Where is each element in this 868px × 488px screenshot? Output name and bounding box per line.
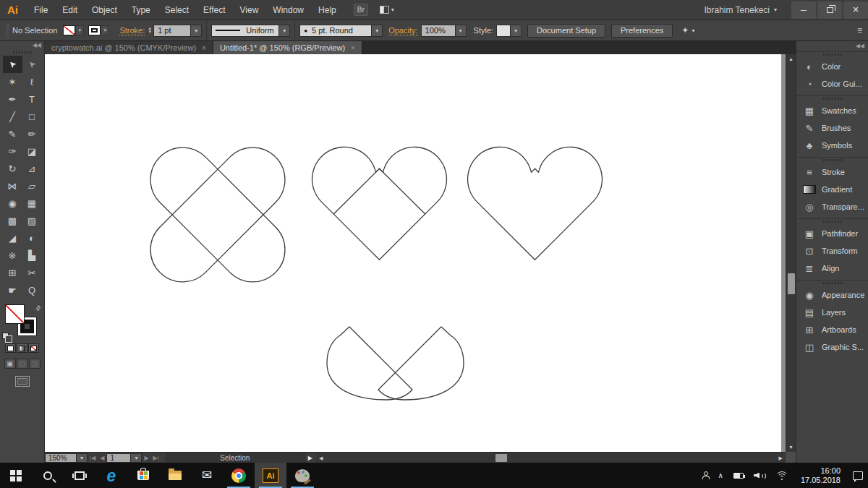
preferences-button[interactable]: Preferences [611, 24, 673, 38]
panel-button-color-guide[interactable]: ◔ Color Gui... [796, 75, 868, 93]
blob-brush-tool[interactable]: ✑ [3, 142, 22, 160]
column-graph-tool[interactable]: ▙ [22, 247, 42, 264]
panel-button-transparency[interactable]: ◎ Transpare... [796, 198, 868, 215]
file-explorer-button[interactable] [159, 463, 191, 488]
fill-color-none-indicator[interactable] [5, 304, 25, 324]
gradient-button[interactable] [17, 343, 27, 353]
collapse-panel-icon[interactable]: ◀◀ [0, 41, 44, 50]
magic-wand-tool[interactable]: ✶ [3, 73, 22, 90]
leftover-drop-left[interactable] [327, 327, 412, 400]
width-tool[interactable]: ⋈ [3, 177, 22, 194]
stroke-weight-dropdown[interactable]: ▾ [191, 25, 202, 37]
gradient-tool[interactable]: ▨ [22, 212, 42, 229]
width-profile-field[interactable]: Uniform [211, 25, 279, 37]
artboard-number-field[interactable]: 1 [106, 453, 131, 463]
stroke-swatch[interactable] [88, 25, 101, 35]
panel-button-align[interactable]: ≣ Align [796, 260, 868, 277]
panel-button-symbols[interactable]: ♣ Symbols [796, 137, 868, 154]
panel-button-artboards[interactable]: ⊞ Artboards [796, 321, 868, 338]
menu-type[interactable]: Type [124, 0, 158, 20]
scroll-up-icon[interactable]: ▲ [788, 56, 793, 61]
fill-dropdown[interactable]: ▾ [75, 25, 84, 35]
expand-panels-icon[interactable]: ◀◀ [796, 41, 868, 51]
illustrator-app-button[interactable]: Ai [255, 463, 286, 488]
style-dropdown[interactable]: ▾ [511, 25, 522, 37]
menu-window[interactable]: Window [265, 0, 311, 20]
edge-app-button[interactable]: e [95, 463, 127, 488]
panel-grip[interactable] [6, 23, 9, 38]
volume-status[interactable] [749, 463, 770, 488]
hand-tool[interactable]: ☛ [3, 281, 22, 299]
panel-button-stroke[interactable]: ≡ Stroke [796, 163, 868, 181]
people-button[interactable] [697, 463, 713, 488]
slice-tool[interactable]: ✂ [22, 264, 42, 281]
panel-drag-handle[interactable] [13, 51, 32, 53]
menu-select[interactable]: Select [158, 0, 196, 20]
shape-builder-tool[interactable]: ◉ [3, 194, 22, 212]
lasso-tool[interactable]: ℓ [22, 73, 42, 90]
panel-button-pathfinder[interactable]: ▣ Pathfinder [796, 225, 868, 242]
task-view-button[interactable] [64, 463, 95, 488]
panel-button-brushes[interactable]: ✎ Brushes [796, 119, 868, 137]
rotate-tool[interactable]: ↻ [3, 160, 22, 177]
first-artboard-icon[interactable]: |◀ [90, 455, 95, 461]
next-artboard-icon[interactable]: ▶ [144, 455, 148, 461]
pencil-tool[interactable]: ✏ [22, 125, 42, 142]
final-heart[interactable] [468, 147, 603, 260]
width-profile-dropdown[interactable]: ▾ [279, 25, 290, 37]
panel-drag-handle[interactable] [823, 221, 842, 223]
leftover-drop-right[interactable] [378, 327, 464, 400]
mail-app-button[interactable]: ✉ [191, 463, 223, 488]
hidden-icons-button[interactable]: ∧ [713, 463, 728, 488]
menu-help[interactable]: Help [311, 0, 344, 20]
scroll-left-icon[interactable]: ◀ [319, 455, 323, 461]
symbol-sprayer-tool[interactable]: ※ [3, 247, 22, 264]
panel-button-color[interactable]: ◐ Color [796, 58, 868, 75]
zoom-level-field[interactable]: 150% [45, 453, 77, 463]
heart-inner-guides[interactable] [333, 168, 425, 214]
capsule-rotated-45[interactable] [137, 134, 299, 296]
close-button[interactable]: ✕ [843, 1, 868, 19]
stroke-weight-stepper[interactable]: ▲▼ [148, 27, 152, 34]
panel-button-appearance[interactable]: ◉ Appearance [796, 286, 868, 304]
panel-drag-handle[interactable] [823, 98, 842, 100]
none-button[interactable] [28, 343, 39, 353]
store-app-button[interactable] [127, 463, 159, 488]
previous-artboard-icon[interactable]: ◀ [100, 455, 104, 461]
panel-drag-handle[interactable] [823, 282, 842, 284]
zoom-tool[interactable]: Q [22, 281, 42, 299]
paint-app-button[interactable] [286, 463, 318, 488]
artboard-canvas[interactable] [45, 54, 786, 452]
stroke-dropdown[interactable]: ▾ [101, 25, 109, 35]
network-status[interactable] [770, 463, 793, 488]
close-icon[interactable]: × [202, 44, 206, 52]
rectangle-tool[interactable]: □ [22, 108, 42, 125]
menu-object[interactable]: Object [85, 0, 124, 20]
draw-inside-mode[interactable]: ◳ [29, 359, 41, 369]
style-swatch[interactable] [496, 25, 511, 37]
menu-file[interactable]: File [27, 0, 55, 20]
opacity-field[interactable]: 100% [421, 25, 456, 37]
horizontal-scroll-thumb[interactable] [495, 454, 507, 462]
capsule-rotated-neg45[interactable] [137, 134, 299, 296]
select-similar-button[interactable]: ✦ ▾ [681, 25, 694, 35]
line-segment-tool[interactable]: ╱ [3, 108, 22, 125]
last-artboard-icon[interactable]: ▶| [153, 455, 159, 461]
selection-tool[interactable]: ➤ [3, 56, 22, 73]
start-button[interactable] [0, 463, 32, 488]
scroll-right-icon[interactable]: ▶ [779, 455, 783, 461]
chrome-app-button[interactable] [223, 463, 255, 488]
taskbar-search-button[interactable] [32, 463, 64, 488]
stroke-link[interactable]: Stroke: [119, 26, 145, 35]
panel-button-graphic-styles[interactable]: ◫ Graphic S... [796, 338, 868, 356]
color-button[interactable] [5, 343, 16, 353]
action-center-button[interactable] [848, 463, 868, 488]
paintbrush-tool[interactable]: ✎ [3, 125, 22, 142]
clock[interactable]: 16:00 17.05.2018 [793, 463, 848, 488]
zoom-level-dropdown[interactable]: ▾ [77, 453, 88, 463]
menu-effect[interactable]: Effect [196, 0, 232, 20]
battery-status[interactable] [728, 463, 749, 488]
minimize-button[interactable]: ─ [791, 1, 816, 19]
artboard-tool[interactable]: ⊞ [3, 264, 22, 281]
panel-button-layers[interactable]: ▤ Layers [796, 304, 868, 321]
